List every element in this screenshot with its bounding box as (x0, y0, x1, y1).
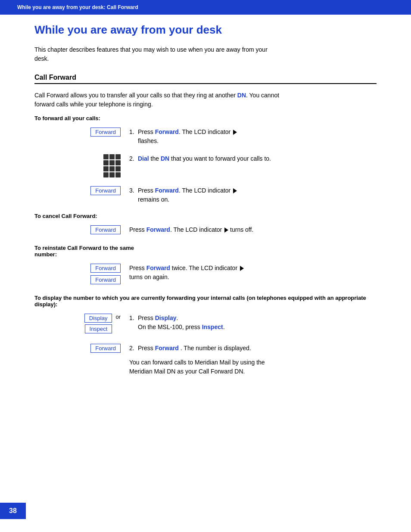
forward-link-display: Forward (155, 345, 179, 352)
dn-link: DN (237, 92, 246, 99)
display-extra-text: You can forward calls to Meridian Mail b… (129, 358, 267, 376)
step-1-right: 1. Press Forward. The LCD indicator flas… (129, 128, 377, 146)
forward-all-label: To forward all your calls: (34, 115, 377, 121)
header-breadcrumb: While you are away from your desk: Call … (0, 0, 411, 15)
forward-link-1: Forward (155, 128, 179, 135)
intro-text: This chapter describes features that you… (34, 45, 276, 63)
triangle-icon-1 (233, 130, 237, 135)
forward-button-reinstate-2[interactable]: Forward (90, 275, 121, 284)
forward-link-cancel: Forward (146, 226, 170, 233)
section-title-call-forward: Call Forward (34, 74, 377, 84)
display-step-1-left: Display Inspect or (34, 314, 129, 335)
triangle-icon-reinstate (240, 266, 244, 271)
cancel-forward-label: To cancel Call Forward: (34, 213, 377, 219)
page-title: While you are away from your desk (34, 23, 377, 37)
cancel-right: Press Forward. The LCD indicator turns o… (129, 225, 377, 234)
or-label: or (115, 314, 121, 320)
step-1-left: Forward (34, 128, 129, 138)
dial-link: Dial (138, 155, 149, 162)
triangle-icon-3 (233, 188, 237, 193)
forward-link-3: Forward (155, 187, 179, 194)
triangle-icon-cancel (224, 227, 228, 233)
forward-button-display[interactable]: Forward (90, 344, 121, 353)
step-3-block: Forward 3. Press Forward. The LCD indica… (34, 186, 377, 204)
display-link: Display (155, 314, 177, 321)
step-2-right: 2. Dial the DN that you want to forward … (129, 154, 377, 163)
inspect-button[interactable]: Inspect (85, 324, 112, 333)
reinstate-buttons: Forward Forward (90, 264, 121, 286)
display-step-2-right: 2. Press Forward . The number is display… (129, 344, 377, 376)
display-step-2-block: Forward 2. Press Forward . The number is… (34, 344, 377, 376)
reinstate-right: Press Forward twice. The LCD indicator t… (129, 264, 377, 282)
step-2-left (34, 154, 129, 177)
reinstate-left: Forward Forward (34, 264, 129, 286)
step-3-left: Forward (34, 186, 129, 197)
forward-button-cancel[interactable]: Forward (90, 225, 121, 234)
display-or-group: Display Inspect or (84, 314, 121, 335)
forward-button-2[interactable]: Forward (90, 186, 121, 195)
section-description: Call Forward allows you to transfer all … (34, 91, 284, 109)
step-3-right: 3. Press Forward. The LCD indicator rema… (129, 186, 377, 204)
dn-link-2: DN (161, 155, 169, 162)
step-2-block: 2. Dial the DN that you want to forward … (34, 154, 377, 177)
forward-link-reinstate: Forward (146, 264, 170, 271)
display-inspect-buttons: Display Inspect (84, 314, 112, 335)
keypad-icon (103, 154, 121, 177)
forward-button-reinstate-1[interactable]: Forward (90, 264, 121, 273)
display-step-2-left: Forward (34, 344, 129, 355)
page-number: 38 (0, 503, 26, 519)
cancel-block: Forward Press Forward. The LCD indicator… (34, 225, 377, 236)
cancel-left: Forward (34, 225, 129, 236)
display-step-1-block: Display Inspect or 1. Press Display. On … (34, 314, 377, 335)
step-1-block: Forward 1. Press Forward. The LCD indica… (34, 128, 377, 146)
inspect-link: Inspect (202, 324, 223, 330)
reinstate-block: Forward Forward Press Forward twice. The… (34, 264, 377, 286)
display-step-1-right: 1. Press Display. On the MSL-100, press … (129, 314, 377, 332)
display-button[interactable]: Display (84, 314, 112, 323)
forward-button-1[interactable]: Forward (90, 128, 121, 137)
reinstate-label: To reinstate Call Forward to the same nu… (34, 245, 377, 258)
display-forward-label: To display the number to which you are c… (34, 295, 377, 308)
